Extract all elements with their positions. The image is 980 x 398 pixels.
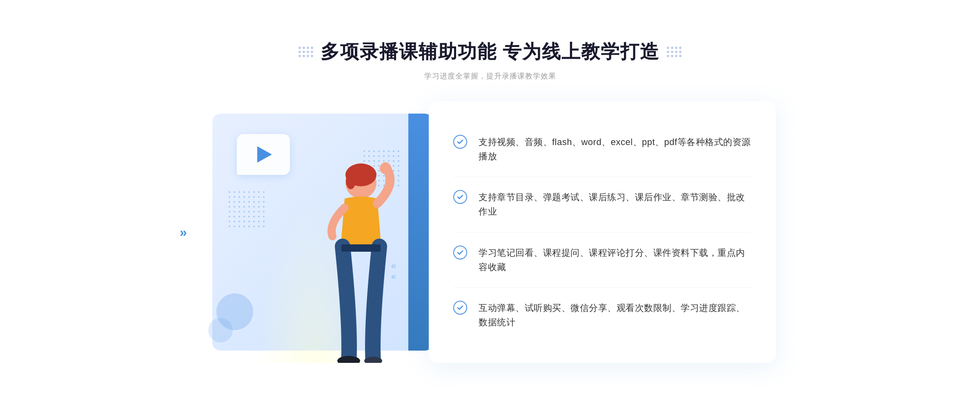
feature-text-4: 互动弹幕、试听购买、微信分享、观看次数限制、学习进度跟踪、数据统计 xyxy=(479,301,751,329)
feature-item-4: 互动弹幕、试听购买、微信分享、观看次数限制、学习进度跟踪、数据统计 xyxy=(453,288,751,342)
deco-circle-small xyxy=(208,318,233,342)
deco-dots-2 xyxy=(229,191,265,228)
feature-text-2: 支持章节目录、弹题考试、课后练习、课后作业、章节测验、批改作业 xyxy=(479,190,751,219)
check-circle-icon-3 xyxy=(453,246,467,259)
feature-item-2: 支持章节目录、弹题考试、课后练习、课后作业、章节测验、批改作业 xyxy=(453,177,751,232)
right-decoration-dots xyxy=(667,47,682,57)
content-area: » xyxy=(204,101,776,363)
title-row: 多项录播课辅助功能 专为线上教学打造 xyxy=(298,39,682,65)
page-wrapper: 多项录播课辅助功能 专为线上教学打造 学习进度全掌握，提升录播课教学效果 » xyxy=(0,23,980,376)
features-list: 支持视频、音频、flash、word、excel、ppt、pdf等各种格式的资源… xyxy=(453,122,751,343)
person-illustration xyxy=(279,150,410,363)
check-circle-icon-2 xyxy=(453,190,467,204)
check-circle-icon-4 xyxy=(453,301,467,315)
left-decoration-dots xyxy=(298,47,313,57)
header-section: 多项录播课辅助功能 专为线上教学打造 学习进度全掌握，提升录播课教学效果 xyxy=(298,39,682,81)
play-triangle-icon xyxy=(257,146,272,163)
svg-rect-3 xyxy=(341,244,381,252)
feature-item-3: 学习笔记回看、课程提问、课程评论打分、课件资料下载，重点内容收藏 xyxy=(453,233,751,288)
feature-text-1: 支持视频、音频、flash、word、excel、ppt、pdf等各种格式的资源… xyxy=(479,135,751,163)
illustration-wrapper: « « xyxy=(204,101,433,363)
left-arrow-decoration: » xyxy=(180,225,187,240)
check-circle-icon-1 xyxy=(453,135,467,149)
svg-point-2 xyxy=(346,173,356,189)
main-title: 多项录播课辅助功能 专为线上教学打造 xyxy=(321,39,660,65)
feature-text-3: 学习笔记回看、课程提问、课程评论打分、课件资料下载，重点内容收藏 xyxy=(479,246,751,274)
feature-item-1: 支持视频、音频、flash、word、excel、ppt、pdf等各种格式的资源… xyxy=(453,122,751,177)
features-card: 支持视频、音频、flash、word、excel、ppt、pdf等各种格式的资源… xyxy=(429,101,776,363)
svg-point-6 xyxy=(380,163,391,174)
subtitle: 学习进度全掌握，提升录播课教学效果 xyxy=(298,71,682,81)
